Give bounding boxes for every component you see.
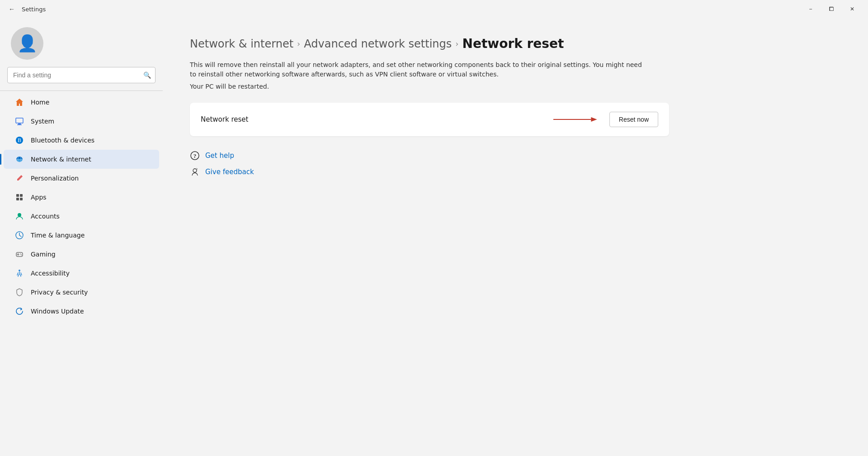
app-title: Settings: [22, 6, 797, 13]
svg-rect-8: [20, 194, 23, 197]
breadcrumb-separator: ›: [297, 39, 300, 48]
update-icon: [14, 306, 24, 316]
main-content: Network & internet›Advanced network sett…: [163, 18, 868, 456]
system-label: System: [31, 118, 54, 125]
arrow-right-icon: [553, 114, 599, 125]
sidebar-item-apps[interactable]: Apps: [4, 188, 159, 207]
sidebar-item-system[interactable]: System: [4, 112, 159, 131]
breadcrumb-separator: ›: [455, 39, 458, 48]
give-feedback-icon: [190, 167, 200, 177]
update-label: Windows Update: [31, 308, 84, 315]
home-icon: [14, 97, 24, 107]
apps-icon: [14, 192, 24, 202]
sidebar-item-home[interactable]: Home: [4, 93, 159, 112]
gaming-icon: [14, 249, 24, 259]
gaming-label: Gaming: [31, 251, 56, 258]
svg-rect-2: [17, 124, 22, 125]
time-label: Time & language: [31, 232, 85, 239]
svg-rect-1: [18, 124, 21, 124]
svg-rect-9: [16, 198, 19, 200]
personalization-icon: [14, 173, 24, 183]
svg-rect-0: [16, 118, 23, 123]
help-link-give-feedback[interactable]: Give feedback: [190, 167, 841, 177]
svg-point-16: [20, 254, 21, 255]
sidebar-nav: HomeSystemBBluetooth & devicesNetwork & …: [0, 93, 163, 321]
reset-card-label: Network reset: [201, 115, 248, 124]
main-description: This will remove then reinstall all your…: [190, 60, 642, 79]
maximize-button[interactable]: ⧠: [821, 2, 842, 16]
search-container: 🔍: [7, 67, 156, 83]
svg-point-11: [18, 213, 21, 217]
home-label: Home: [31, 99, 49, 106]
network-icon: [14, 154, 24, 164]
help-links: ?Get helpGive feedback: [190, 151, 841, 177]
svg-marker-20: [591, 117, 597, 122]
network-reset-card: Network reset Reset now: [190, 103, 669, 136]
breadcrumb-item-2: Network reset: [462, 36, 564, 51]
sidebar-item-update[interactable]: Windows Update: [4, 302, 159, 321]
help-link-get-help[interactable]: ?Get help: [190, 151, 841, 161]
get-help-icon: ?: [190, 151, 200, 161]
svg-text:?: ?: [193, 152, 197, 159]
sidebar-item-time[interactable]: Time & language: [4, 226, 159, 245]
sidebar: 👤 🔍 HomeSystemBBluetooth & devicesNetwor…: [0, 18, 163, 456]
breadcrumb: Network & internet›Advanced network sett…: [190, 36, 841, 51]
restart-note: Your PC will be restarted.: [190, 83, 841, 90]
minimize-button[interactable]: −: [800, 2, 821, 16]
sidebar-item-accounts[interactable]: Accounts: [4, 207, 159, 226]
sidebar-item-personalization[interactable]: Personalization: [4, 169, 159, 188]
reset-card-right: Reset now: [553, 112, 658, 127]
svg-point-17: [21, 255, 22, 256]
personalization-label: Personalization: [31, 175, 79, 182]
accounts-label: Accounts: [31, 213, 60, 220]
privacy-icon: [14, 287, 24, 297]
close-button[interactable]: ✕: [842, 2, 863, 16]
sidebar-item-gaming[interactable]: Gaming: [4, 245, 159, 264]
accounts-icon: [14, 211, 24, 221]
back-button[interactable]: ←: [5, 3, 18, 15]
svg-point-18: [19, 270, 20, 271]
breadcrumb-item-0[interactable]: Network & internet: [190, 38, 293, 50]
search-input[interactable]: [7, 67, 156, 83]
reset-now-button[interactable]: Reset now: [609, 112, 658, 127]
sidebar-divider: [0, 90, 163, 91]
svg-text:B: B: [18, 137, 21, 143]
accessibility-icon: [14, 268, 24, 278]
breadcrumb-item-1[interactable]: Advanced network settings: [304, 38, 452, 50]
sidebar-item-network[interactable]: Network & internet: [4, 150, 159, 169]
privacy-label: Privacy & security: [31, 289, 88, 296]
titlebar: ← Settings − ⧠ ✕: [0, 0, 868, 18]
bluetooth-label: Bluetooth & devices: [31, 137, 94, 144]
sidebar-item-accessibility[interactable]: Accessibility: [4, 264, 159, 283]
app-body: 👤 🔍 HomeSystemBBluetooth & devicesNetwor…: [0, 18, 868, 456]
system-icon: [14, 116, 24, 126]
avatar[interactable]: 👤: [11, 27, 43, 60]
sidebar-item-privacy[interactable]: Privacy & security: [4, 283, 159, 302]
apps-label: Apps: [31, 194, 47, 201]
give-feedback-label: Give feedback: [205, 168, 254, 176]
time-icon: [14, 230, 24, 240]
network-label: Network & internet: [31, 156, 91, 163]
avatar-icon: 👤: [17, 34, 38, 53]
sidebar-item-bluetooth[interactable]: BBluetooth & devices: [4, 131, 159, 150]
svg-rect-7: [16, 194, 19, 197]
svg-rect-10: [20, 198, 23, 200]
svg-point-23: [193, 169, 197, 172]
window-controls: − ⧠ ✕: [800, 2, 863, 16]
bluetooth-icon: B: [14, 135, 24, 145]
accessibility-label: Accessibility: [31, 270, 70, 277]
get-help-label: Get help: [205, 152, 234, 160]
